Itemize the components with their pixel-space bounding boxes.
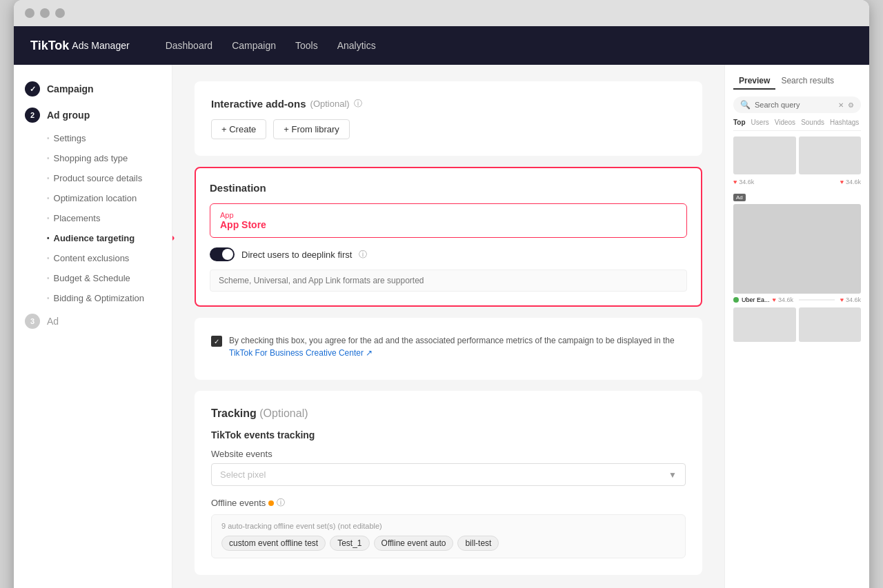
toggle-label: Direct users to deeplink first	[241, 250, 352, 260]
preview-ad-video	[733, 204, 861, 294]
preview-tab-preview[interactable]: Preview	[733, 73, 775, 90]
sidebar-item-audience[interactable]: Audience targeting	[14, 228, 172, 248]
sidebar-step-campaign[interactable]: ✓ Campaign	[14, 76, 172, 102]
sidebar-item-budget[interactable]: Budget & Schedule	[14, 268, 172, 288]
sidebar-item-placements[interactable]: Placements	[14, 208, 172, 228]
deeplink-input[interactable]	[210, 270, 687, 292]
addons-title: Interactive add-ons	[211, 98, 306, 110]
preview-uber-row: Uber Ea... ♥ 34.6k ♥ 34.6k	[733, 296, 861, 303]
step-label-adgroup: Ad group	[47, 110, 90, 121]
main-layout: ✓ Campaign 2 Ad group Settings Shopping …	[14, 65, 869, 588]
red-arrow: ➜	[172, 221, 177, 253]
addons-section: Interactive add-ons (Optional) ⓘ + Creat…	[195, 81, 702, 156]
preview-tab-search[interactable]: Search results	[775, 73, 840, 90]
preview-stat-row-1: ♥ 34.6k ♥ 34.6k	[733, 179, 861, 185]
tab-top[interactable]: Top	[733, 119, 746, 126]
sidebar-step-adgroup[interactable]: 2 Ad group	[14, 102, 172, 128]
uber-progress-bar	[799, 299, 835, 301]
pixel-dropdown-arrow: ▼	[668, 470, 677, 480]
tracking-events-title: TikTok events tracking	[211, 429, 686, 440]
step-badge-campaign: ✓	[25, 81, 40, 97]
uber-likes: ♥ 34.6k	[773, 296, 793, 303]
nav-tools[interactable]: Tools	[295, 40, 318, 51]
preview-bottom-thumb-2	[799, 307, 862, 342]
toggle-knob	[222, 249, 233, 260]
sidebar-item-content[interactable]: Content exclusions	[14, 248, 172, 268]
top-navigation: TikTokAds Manager Dashboard Campaign Too…	[14, 26, 869, 65]
clear-search-icon: ✕	[838, 101, 844, 109]
offline-events-box: 9 auto-tracking offline event set(s) (no…	[211, 514, 686, 558]
offline-note: 9 auto-tracking offline event set(s) (no…	[221, 522, 675, 530]
dest-value: App Store	[220, 219, 677, 230]
offline-events-row: Offline events ⓘ	[211, 497, 686, 509]
from-library-button[interactable]: + From library	[273, 119, 350, 139]
tracking-optional: (Optional)	[259, 407, 308, 419]
preview-bottom-grid	[733, 307, 861, 342]
tab-videos[interactable]: Videos	[775, 119, 795, 126]
addons-optional: (Optional)	[310, 99, 350, 109]
tab-hashtags[interactable]: Hashtags	[830, 119, 859, 126]
consent-row: ✓ By checking this box, you agree for th…	[211, 334, 686, 359]
offline-tag-2: Offline event auto	[374, 536, 454, 551]
consent-text: By checking this box, you agree for the …	[229, 334, 686, 359]
offline-label: Offline events	[211, 498, 266, 508]
deeplink-toggle[interactable]	[210, 247, 235, 261]
nav-campaign[interactable]: Campaign	[232, 40, 276, 51]
content-area: Interactive add-ons (Optional) ⓘ + Creat…	[172, 65, 724, 588]
sidebar-item-bidding[interactable]: Bidding & Optimization	[14, 288, 172, 308]
tracking-title: Tracking	[211, 407, 257, 419]
sidebar-item-shopping-ads[interactable]: Shopping ads type	[14, 148, 172, 168]
destination-select-box[interactable]: App App Store	[210, 203, 687, 238]
step-label-ad: Ad	[47, 316, 59, 327]
offline-info-icon: ⓘ	[277, 497, 285, 509]
sidebar-item-product-source[interactable]: Product source details	[14, 168, 172, 188]
nav-dashboard[interactable]: Dashboard	[166, 40, 213, 51]
preview-tabs: Preview Search results	[733, 73, 861, 90]
browser-titlebar	[14, 0, 869, 26]
consent-section: ✓ By checking this box, you agree for th…	[195, 318, 702, 380]
dest-label: App	[220, 211, 677, 219]
destination-wrapper: ➜ Destination App App Store Direct users…	[195, 167, 702, 307]
nav-analytics[interactable]: Analytics	[337, 40, 376, 51]
browser-dot-3	[55, 8, 65, 18]
sidebar-item-optimization[interactable]: Optimization location	[14, 188, 172, 208]
addons-info-icon: ⓘ	[354, 98, 362, 110]
consent-checkbox[interactable]: ✓	[211, 336, 222, 347]
step-badge-ad: 3	[25, 314, 40, 329]
preview-search-text: Search query	[755, 101, 834, 109]
uber-name: Uber Ea...	[742, 296, 770, 303]
preview-bottom-thumb-1	[733, 307, 796, 342]
toggle-info-icon: ⓘ	[359, 249, 367, 261]
sidebar: ✓ Campaign 2 Ad group Settings Shopping …	[14, 65, 172, 588]
ad-badge: Ad	[733, 194, 746, 201]
browser-dot-2	[40, 8, 50, 18]
preview-thumb-2	[799, 136, 862, 174]
tab-users[interactable]: Users	[751, 119, 769, 126]
addons-buttons: + Create + From library	[211, 119, 686, 139]
preview-top-grid	[733, 136, 861, 174]
offline-tag-0: custom event offline test	[221, 536, 326, 551]
tab-sounds[interactable]: Sounds	[801, 119, 824, 126]
create-button[interactable]: + Create	[211, 119, 266, 139]
preview-stat-right: ♥ 34.6k	[840, 179, 861, 185]
offline-tags: custom event offline test Test_1 Offline…	[221, 536, 675, 551]
preview-panel: Preview Search results 🔍 Search query ✕ …	[724, 65, 869, 588]
destination-title: Destination	[210, 182, 687, 194]
sidebar-item-settings[interactable]: Settings	[14, 128, 172, 148]
creative-center-link[interactable]: TikTok For Business Creative Center ↗	[229, 348, 373, 358]
search-icon: 🔍	[740, 100, 751, 110]
logo: TikTokAds Manager	[30, 39, 130, 53]
uber-dot	[733, 297, 739, 303]
destination-card: Destination App App Store Direct users t…	[195, 167, 702, 307]
step-label-campaign: Campaign	[47, 83, 94, 94]
offline-tag-3: bill-test	[457, 536, 499, 551]
step-badge-adgroup: 2	[25, 108, 40, 123]
sidebar-step-ad[interactable]: 3 Ad	[14, 308, 172, 334]
preview-category-tabs: Top Users Videos Sounds Hashtags	[733, 119, 861, 131]
preview-search-bar: 🔍 Search query ✕ ⚙	[733, 97, 861, 113]
offline-tag-1: Test_1	[330, 536, 369, 551]
nav-links: Dashboard Campaign Tools Analytics	[166, 40, 376, 51]
select-pixel[interactable]: Select pixel ▼	[211, 463, 686, 486]
website-events-label: Website events	[211, 449, 686, 459]
preview-stat-left: ♥ 34.6k	[733, 179, 754, 185]
